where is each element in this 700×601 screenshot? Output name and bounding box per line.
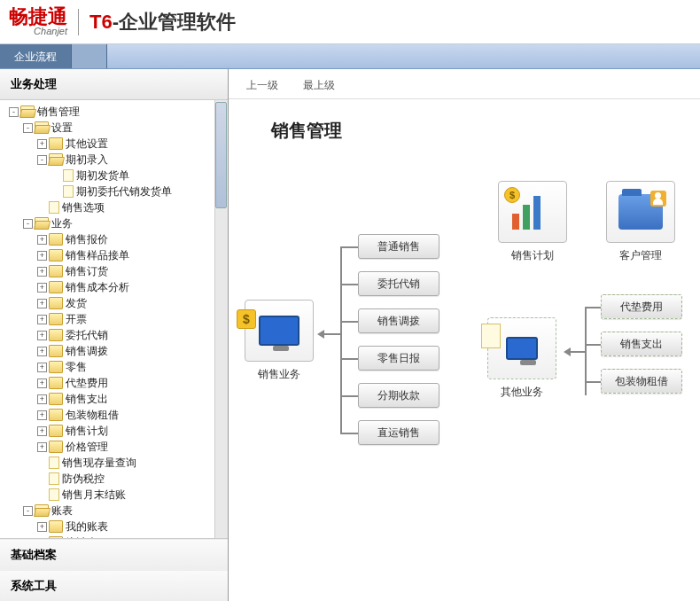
action-button[interactable]: 包装物租借 [601, 369, 682, 394]
action-button[interactable]: 代垫费用 [601, 294, 682, 319]
tree-node[interactable]: -销售管理 [2, 104, 226, 120]
expand-icon[interactable]: + [37, 299, 47, 308]
expand-icon[interactable]: + [37, 442, 47, 452]
scrollbar-thumb[interactable] [215, 102, 227, 208]
tree-node[interactable]: 销售选项 [2, 199, 226, 215]
tree-node[interactable]: +包装物租借 [2, 407, 226, 423]
node-customer-mgmt[interactable]: 客户管理 [601, 181, 681, 263]
collapse-icon[interactable]: - [23, 219, 33, 229]
tree-node[interactable]: +发货 [2, 295, 226, 311]
tree-node[interactable]: +销售报价 [2, 231, 226, 247]
tree-node[interactable]: +销售订货 [2, 263, 226, 279]
nav-tree[interactable]: -销售管理-设置+其他设置-期初录入期初发货单期初委托代销发货单销售选项-业务+… [0, 100, 228, 538]
expand-icon[interactable]: + [37, 426, 47, 436]
expand-icon[interactable]: + [37, 522, 47, 532]
expand-icon[interactable]: + [37, 363, 47, 372]
tree-node[interactable]: +价格管理 [2, 439, 226, 455]
expand-icon[interactable]: + [37, 139, 47, 149]
logo-divider [78, 9, 79, 35]
tree-node[interactable]: -期初录入 [2, 152, 226, 168]
sidebar-footer-tools[interactable]: 系统工具 [0, 570, 228, 601]
tree-node[interactable]: +其他设置 [2, 136, 226, 152]
action-button[interactable]: 零售日报 [358, 346, 439, 371]
breadcrumb-up[interactable]: 上一级 [246, 78, 278, 93]
tab-empty[interactable] [72, 44, 107, 68]
node-sales-business[interactable]: $ 销售业务 [239, 300, 319, 382]
brand-logo: 畅捷通 Chanjet [9, 7, 67, 36]
tree-label: 代垫费用 [66, 376, 108, 391]
scrollbar-track[interactable] [214, 100, 228, 538]
collapse-icon[interactable]: - [23, 123, 33, 133]
tree-node[interactable]: 销售月末结账 [2, 487, 226, 503]
tree-label: 开票 [66, 312, 87, 327]
folder-icon [49, 233, 63, 246]
tree-node[interactable]: +销售计划 [2, 423, 226, 439]
expand-icon[interactable]: + [37, 267, 47, 277]
tree-node[interactable]: +销售调拨 [2, 343, 226, 359]
action-button[interactable]: 委托代销 [358, 271, 439, 296]
tree-node[interactable]: +代垫费用 [2, 375, 226, 391]
action-button[interactable]: 分期收款 [358, 383, 439, 408]
tree-label: 销售现存量查询 [62, 456, 136, 471]
expand-icon[interactable]: + [37, 235, 47, 245]
connector [340, 433, 358, 434]
tree-node[interactable]: -账表 [2, 503, 226, 519]
sidebar-footer-basic[interactable]: 基础档案 [0, 539, 228, 570]
collapse-icon[interactable]: - [37, 155, 47, 165]
breadcrumb-top[interactable]: 最上级 [303, 78, 335, 93]
tree-node[interactable]: 期初委托代销发货单 [2, 183, 226, 199]
folder-open-icon [35, 217, 49, 230]
tree-node[interactable]: +销售成本分析 [2, 279, 226, 295]
tree-node[interactable]: 防伪税控 [2, 471, 226, 487]
collapse-icon[interactable]: - [23, 506, 33, 516]
expand-icon[interactable]: + [37, 394, 47, 404]
folder-open-icon [49, 153, 63, 166]
folder-open-icon [20, 105, 35, 118]
tree-node[interactable]: -设置 [2, 120, 226, 136]
tree-label: 包装物租借 [66, 408, 119, 423]
folder-icon [49, 265, 63, 277]
expand-icon[interactable]: + [37, 410, 47, 420]
tree-node[interactable]: 销售现存量查询 [2, 455, 226, 471]
tree-node[interactable]: +开票 [2, 311, 226, 327]
folder-icon [49, 520, 63, 533]
expand-icon[interactable]: + [37, 251, 47, 261]
tree-label: 销售管理 [37, 105, 80, 120]
tree-node[interactable]: +销售支出 [2, 391, 226, 407]
tree-label: 我的账表 [66, 519, 108, 535]
sales-actions-list: 普通销售委托代销销售调拨零售日报分期收款直运销售 [358, 234, 439, 457]
tree-label: 销售报价 [66, 232, 108, 247]
tree-node[interactable]: +销售样品接单 [2, 247, 226, 263]
collapse-icon[interactable]: - [9, 107, 19, 117]
expand-icon[interactable]: + [37, 283, 47, 293]
tree-node[interactable]: -业务 [2, 215, 226, 231]
folder-icon [49, 393, 63, 405]
expand-icon[interactable]: + [37, 379, 47, 388]
connector [340, 246, 358, 248]
tree-node[interactable]: +我的账表 [2, 519, 226, 535]
sidebar-title: 业务处理 [0, 69, 228, 100]
tree-label: 销售样品接单 [66, 248, 129, 263]
file-icon [49, 201, 59, 214]
action-button[interactable]: 普通销售 [358, 234, 439, 259]
node-other-business[interactable]: 其他业务 [482, 317, 562, 400]
action-button[interactable]: 销售支出 [601, 332, 682, 356]
action-button[interactable]: 销售调拨 [358, 308, 439, 333]
tree-node[interactable]: +零售 [2, 359, 226, 375]
expand-icon[interactable]: + [37, 331, 47, 340]
tab-enterprise-flow[interactable]: 企业流程 [0, 44, 72, 68]
tree-node[interactable]: +统计表 [2, 535, 226, 538]
tree-node[interactable]: +委托代销 [2, 327, 226, 343]
expand-icon[interactable]: + [37, 538, 47, 539]
expand-icon[interactable]: + [37, 315, 47, 324]
expand-icon[interactable]: + [37, 347, 47, 356]
tree-label: 期初录入 [66, 152, 108, 168]
breadcrumb: 上一级 最上级 [229, 73, 700, 99]
node-sales-plan[interactable]: $ 销售计划 [493, 181, 572, 263]
other-biz-icon [487, 317, 556, 379]
action-button[interactable]: 直运销售 [358, 420, 439, 445]
folder-open-icon [35, 121, 49, 134]
tree-node[interactable]: 期初发货单 [2, 168, 226, 183]
tree-label: 销售成本分析 [66, 280, 129, 295]
content-area: 上一级 最上级 销售管理 $ 销售业务 普通销售委托代销销售调拨零售日报分期收款… [229, 69, 700, 601]
